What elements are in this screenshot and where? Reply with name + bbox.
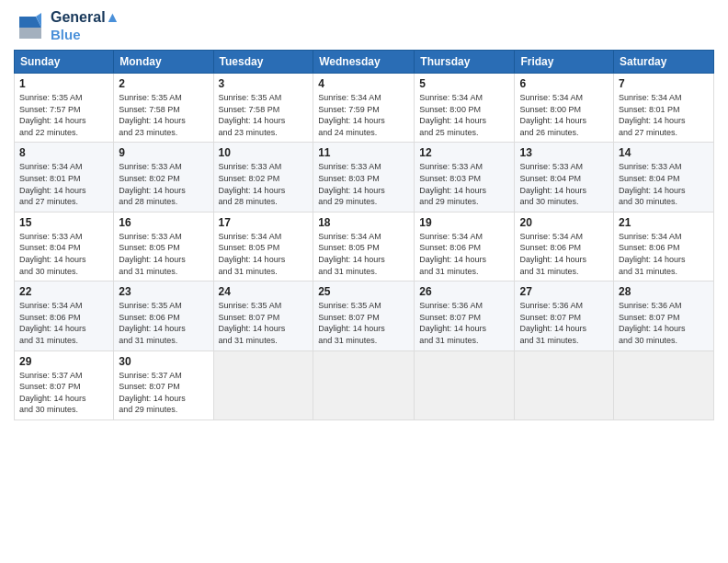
calendar-week-row: 1Sunrise: 5:35 AM Sunset: 7:57 PM Daylig… (15, 74, 714, 143)
col-header-wednesday: Wednesday (313, 51, 415, 74)
day-number: 1 (19, 77, 108, 90)
day-number: 10 (219, 146, 309, 159)
calendar-cell: 2Sunrise: 5:35 AM Sunset: 7:58 PM Daylig… (114, 74, 213, 143)
day-info: Sunrise: 5:35 AM Sunset: 8:06 PM Dayligh… (119, 300, 208, 346)
day-number: 28 (619, 285, 709, 298)
logo-general-label: General▲ (51, 9, 119, 26)
col-header-monday: Monday (114, 51, 213, 74)
calendar-cell: 16Sunrise: 5:33 AM Sunset: 8:05 PM Dayli… (114, 212, 213, 281)
day-number: 25 (318, 285, 409, 298)
day-info: Sunrise: 5:34 AM Sunset: 8:05 PM Dayligh… (318, 231, 409, 277)
logo: General▲ Blue (14, 9, 119, 42)
calendar-cell: 11Sunrise: 5:33 AM Sunset: 8:03 PM Dayli… (313, 143, 415, 212)
page: General▲ Blue SundayMondayTuesdayWednesd… (0, 0, 728, 563)
day-info: Sunrise: 5:33 AM Sunset: 8:05 PM Dayligh… (119, 231, 208, 277)
calendar-cell: 4Sunrise: 5:34 AM Sunset: 7:59 PM Daylig… (313, 74, 415, 143)
day-info: Sunrise: 5:35 AM Sunset: 8:07 PM Dayligh… (318, 300, 409, 346)
calendar-week-row: 8Sunrise: 5:34 AM Sunset: 8:01 PM Daylig… (15, 143, 714, 212)
day-info: Sunrise: 5:34 AM Sunset: 8:06 PM Dayligh… (19, 300, 108, 346)
day-info: Sunrise: 5:34 AM Sunset: 8:06 PM Dayligh… (619, 231, 709, 277)
day-number: 13 (519, 146, 609, 159)
day-number: 15 (19, 216, 108, 229)
calendar-cell: 13Sunrise: 5:33 AM Sunset: 8:04 PM Dayli… (515, 143, 614, 212)
calendar-header-row: SundayMondayTuesdayWednesdayThursdayFrid… (15, 51, 714, 74)
day-number: 30 (119, 355, 208, 368)
calendar-cell: 28Sunrise: 5:36 AM Sunset: 8:07 PM Dayli… (614, 282, 714, 350)
day-info: Sunrise: 5:34 AM Sunset: 7:59 PM Dayligh… (318, 92, 409, 138)
day-number: 27 (519, 285, 609, 298)
calendar-cell: 8Sunrise: 5:34 AM Sunset: 8:01 PM Daylig… (15, 143, 114, 212)
day-info: Sunrise: 5:34 AM Sunset: 8:01 PM Dayligh… (19, 161, 108, 207)
col-header-saturday: Saturday (614, 51, 714, 74)
day-number: 12 (419, 146, 509, 159)
logo-svg (14, 9, 47, 42)
day-number: 17 (219, 216, 309, 229)
day-number: 22 (19, 285, 108, 298)
day-info: Sunrise: 5:33 AM Sunset: 8:04 PM Dayligh… (619, 161, 709, 207)
calendar-cell: 9Sunrise: 5:33 AM Sunset: 8:02 PM Daylig… (114, 143, 213, 212)
calendar-cell: 1Sunrise: 5:35 AM Sunset: 7:57 PM Daylig… (15, 74, 114, 143)
day-info: Sunrise: 5:37 AM Sunset: 8:07 PM Dayligh… (119, 370, 208, 416)
calendar-cell: 7Sunrise: 5:34 AM Sunset: 8:01 PM Daylig… (614, 74, 714, 143)
day-info: Sunrise: 5:34 AM Sunset: 8:05 PM Dayligh… (219, 231, 309, 277)
calendar-cell (415, 350, 515, 419)
calendar-cell: 25Sunrise: 5:35 AM Sunset: 8:07 PM Dayli… (313, 282, 415, 350)
day-number: 8 (19, 146, 108, 159)
calendar-cell: 24Sunrise: 5:35 AM Sunset: 8:07 PM Dayli… (213, 282, 313, 350)
day-info: Sunrise: 5:34 AM Sunset: 8:00 PM Dayligh… (419, 92, 509, 138)
day-info: Sunrise: 5:33 AM Sunset: 8:03 PM Dayligh… (419, 161, 509, 207)
day-number: 5 (419, 77, 509, 90)
day-number: 14 (619, 146, 709, 159)
logo-blue-label: Blue (51, 27, 119, 42)
day-number: 18 (318, 216, 409, 229)
day-number: 20 (519, 216, 609, 229)
day-number: 21 (619, 216, 709, 229)
day-info: Sunrise: 5:34 AM Sunset: 8:01 PM Dayligh… (619, 92, 709, 138)
header: General▲ Blue (14, 9, 714, 42)
calendar-table: SundayMondayTuesdayWednesdayThursdayFrid… (14, 50, 714, 420)
day-number: 29 (19, 355, 108, 368)
day-number: 11 (318, 146, 409, 159)
col-header-thursday: Thursday (415, 51, 515, 74)
calendar-cell: 26Sunrise: 5:36 AM Sunset: 8:07 PM Dayli… (415, 282, 515, 350)
calendar-cell: 27Sunrise: 5:36 AM Sunset: 8:07 PM Dayli… (515, 282, 614, 350)
calendar-week-row: 15Sunrise: 5:33 AM Sunset: 8:04 PM Dayli… (15, 212, 714, 281)
calendar-cell: 20Sunrise: 5:34 AM Sunset: 8:06 PM Dayli… (515, 212, 614, 281)
day-info: Sunrise: 5:33 AM Sunset: 8:03 PM Dayligh… (318, 161, 409, 207)
day-info: Sunrise: 5:36 AM Sunset: 8:07 PM Dayligh… (419, 300, 509, 346)
col-header-tuesday: Tuesday (213, 51, 313, 74)
day-info: Sunrise: 5:35 AM Sunset: 7:58 PM Dayligh… (219, 92, 309, 138)
day-number: 9 (119, 146, 208, 159)
calendar-cell: 5Sunrise: 5:34 AM Sunset: 8:00 PM Daylig… (415, 74, 515, 143)
calendar-cell (213, 350, 313, 419)
day-number: 26 (419, 285, 509, 298)
day-info: Sunrise: 5:34 AM Sunset: 8:06 PM Dayligh… (419, 231, 509, 277)
svg-rect-3 (19, 28, 41, 39)
calendar-cell: 30Sunrise: 5:37 AM Sunset: 8:07 PM Dayli… (114, 350, 213, 419)
calendar-cell: 19Sunrise: 5:34 AM Sunset: 8:06 PM Dayli… (415, 212, 515, 281)
day-number: 24 (219, 285, 309, 298)
calendar-cell (313, 350, 415, 419)
day-info: Sunrise: 5:35 AM Sunset: 8:07 PM Dayligh… (219, 300, 309, 346)
col-header-friday: Friday (515, 51, 614, 74)
calendar-cell: 12Sunrise: 5:33 AM Sunset: 8:03 PM Dayli… (415, 143, 515, 212)
day-number: 3 (219, 77, 309, 90)
day-info: Sunrise: 5:33 AM Sunset: 8:02 PM Dayligh… (219, 161, 309, 207)
calendar-cell: 10Sunrise: 5:33 AM Sunset: 8:02 PM Dayli… (213, 143, 313, 212)
day-info: Sunrise: 5:33 AM Sunset: 8:04 PM Dayligh… (19, 231, 108, 277)
calendar-cell: 17Sunrise: 5:34 AM Sunset: 8:05 PM Dayli… (213, 212, 313, 281)
calendar-week-row: 29Sunrise: 5:37 AM Sunset: 8:07 PM Dayli… (15, 350, 714, 419)
calendar-week-row: 22Sunrise: 5:34 AM Sunset: 8:06 PM Dayli… (15, 282, 714, 350)
day-info: Sunrise: 5:36 AM Sunset: 8:07 PM Dayligh… (519, 300, 609, 346)
day-number: 23 (119, 285, 208, 298)
calendar-cell: 18Sunrise: 5:34 AM Sunset: 8:05 PM Dayli… (313, 212, 415, 281)
calendar-cell: 14Sunrise: 5:33 AM Sunset: 8:04 PM Dayli… (614, 143, 714, 212)
calendar-cell (515, 350, 614, 419)
calendar-cell: 21Sunrise: 5:34 AM Sunset: 8:06 PM Dayli… (614, 212, 714, 281)
logo-text-container: General▲ Blue (51, 9, 119, 42)
day-info: Sunrise: 5:37 AM Sunset: 8:07 PM Dayligh… (19, 370, 108, 416)
calendar-cell: 3Sunrise: 5:35 AM Sunset: 7:58 PM Daylig… (213, 74, 313, 143)
day-number: 7 (619, 77, 709, 90)
calendar-cell: 23Sunrise: 5:35 AM Sunset: 8:06 PM Dayli… (114, 282, 213, 350)
day-info: Sunrise: 5:35 AM Sunset: 7:57 PM Dayligh… (19, 92, 108, 138)
